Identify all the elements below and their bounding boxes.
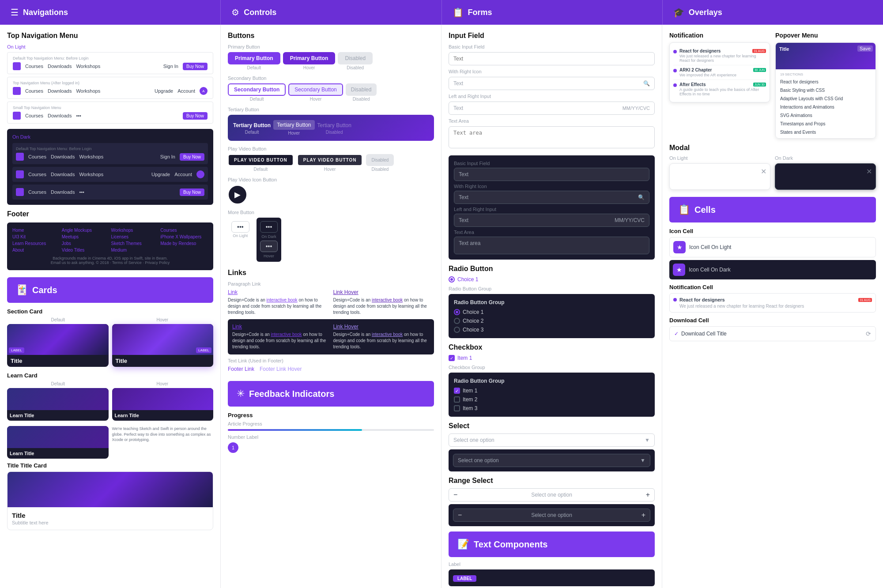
nav-section-navigations[interactable]: ☰ Navigations (0, 0, 221, 25)
dark-link-text[interactable]: Link (232, 324, 329, 330)
nav-link-courses-3[interactable]: Courses (25, 113, 43, 118)
footer-link-licenses[interactable]: Licenses (111, 234, 159, 239)
dark3-link-courses[interactable]: Courses (28, 189, 46, 195)
dark-link-hover-text[interactable]: Link Hover (333, 324, 430, 330)
nav-link-courses[interactable]: Courses (25, 64, 43, 69)
nav-ellipsis[interactable]: ••• (76, 113, 81, 118)
footer-link-made[interactable]: Made by Rendeso (160, 241, 208, 246)
buy-now-button-3[interactable]: Buy Now (183, 112, 208, 120)
range-minus-button[interactable]: − (453, 491, 457, 499)
tertiary-button-default[interactable]: Tertiary Button (233, 122, 271, 128)
icon-cell-on-dark[interactable]: ★ Icon Cell On Dark (673, 264, 872, 276)
dark3-buy-now[interactable]: Buy Now (180, 188, 204, 196)
upgrade-text[interactable]: Upgrade (155, 88, 173, 94)
dark-checkbox-2[interactable]: Item 2 (454, 396, 649, 403)
dark-link-downloads[interactable]: Downloads (51, 154, 75, 159)
learn-card-2[interactable]: Learn Title (112, 388, 214, 421)
section-card-default[interactable]: LABEL Title (7, 324, 109, 367)
basic-input-field[interactable] (449, 52, 655, 65)
dark2-link-downloads[interactable]: Downloads (51, 172, 75, 177)
dark3-link-downloads[interactable]: Downloads (51, 189, 75, 195)
dark-basic-input[interactable]: Text (454, 168, 649, 181)
play-circle-button[interactable]: ▶ (228, 185, 247, 204)
primary-button-default[interactable]: Primary Button (228, 52, 280, 64)
primary-button-hover[interactable]: Primary Button (283, 52, 336, 64)
link-text[interactable]: Link (228, 289, 329, 295)
popover-list-item-3[interactable]: Adaptive Layouts with CSS Grid (778, 94, 873, 103)
select-dropdown[interactable]: Select one option ▼ (449, 433, 655, 447)
footer-link-iphone[interactable]: iPhone X Wallpapers (160, 234, 208, 239)
footer-link-hover-demo[interactable]: Footer Link Hover (260, 366, 302, 372)
play-video-button-hover[interactable]: PLAY VIDEO BUTTON (297, 154, 363, 166)
footer-link-medium[interactable]: Medium (111, 248, 159, 253)
right-icon-input[interactable]: Text 🔍 (449, 77, 655, 90)
nav-section-controls[interactable]: ⚙ Controls (221, 0, 442, 25)
dark-left-right-input[interactable]: Text MM/YY/CVC (454, 214, 649, 227)
nav-link-workshops[interactable]: Workshops (76, 64, 100, 69)
icon-cell-on-light[interactable]: ★ Icon Cell On Light (669, 237, 876, 257)
radio-choice-1[interactable]: Choice 1 (449, 276, 655, 283)
link-hover-text[interactable]: Link Hover (333, 289, 434, 295)
download-chevron-icon[interactable]: ⟳ (866, 330, 871, 337)
modal-dark-close[interactable]: ✕ (866, 167, 872, 176)
dark-textarea[interactable]: Text area (454, 237, 649, 254)
popover-list-item-4[interactable]: Interactions and Animations (778, 103, 873, 111)
popover-list-item-5[interactable]: SVG Animations (778, 111, 873, 120)
tertiary-button-hover[interactable]: Tertiary Button (273, 120, 314, 130)
dark2-link-courses[interactable]: Courses (28, 172, 46, 177)
secondary-button-hover[interactable]: Secondary Button (288, 83, 343, 96)
footer-link-home[interactable]: Home (12, 228, 60, 233)
title-card[interactable]: Title Subtitle text here (7, 471, 213, 530)
footer-link-about[interactable]: About (12, 248, 60, 253)
section-card-hover[interactable]: LABEL Title (112, 324, 214, 367)
more-button-default[interactable]: ••• (231, 221, 249, 233)
nav-link-workshops-2[interactable]: Workshops (76, 88, 100, 94)
popover-list-item-2[interactable]: Basic Styling with CSS (778, 86, 873, 94)
footer-link-demo[interactable]: Footer Link (228, 366, 254, 372)
notification-cell[interactable]: React for designers 31 AUG We just relea… (669, 293, 876, 313)
more-button-dark[interactable]: ••• (260, 221, 278, 233)
learn-card-1[interactable]: Learn Title (7, 388, 109, 421)
account-avatar[interactable]: A (200, 87, 208, 95)
more-button-hover[interactable]: ••• (260, 241, 278, 252)
footer-link-workshops[interactable]: Workshops (111, 228, 159, 233)
dark-select-dropdown[interactable]: Select one option ▼ (453, 454, 650, 467)
account-text[interactable]: Account (177, 88, 195, 94)
dark-link-courses[interactable]: Courses (28, 154, 46, 159)
dark-radio-choice-3[interactable]: Choice 3 (454, 327, 649, 333)
footer-link-courses[interactable]: Courses (160, 228, 208, 233)
nav-link-downloads-3[interactable]: Downloads (48, 113, 72, 118)
footer-link-ui3[interactable]: UI3 Kit (12, 234, 60, 239)
dark-buy-now[interactable]: Buy Now (180, 153, 204, 161)
textarea-field[interactable] (449, 126, 655, 148)
footer-link-meetups[interactable]: Meetups (62, 234, 109, 239)
dark-range-plus[interactable]: + (641, 511, 645, 519)
popover-close-button[interactable]: Save (857, 45, 873, 52)
nav-section-forms[interactable]: 📋 Forms (442, 0, 663, 25)
popover-list-item-7[interactable]: States and Events (778, 128, 873, 136)
notif-item-2[interactable]: ARKI 2 Chapter 30 JUN We improved the AR… (673, 65, 766, 80)
footer-link-learn[interactable]: Learn Resources (12, 241, 60, 246)
dark-signin[interactable]: Sign In (160, 154, 175, 159)
range-plus-button[interactable]: + (646, 491, 650, 499)
buy-now-button[interactable]: Buy Now (183, 63, 208, 70)
dark-checkbox-3[interactable]: Item 3 (454, 405, 649, 411)
dark2-avatar[interactable] (196, 170, 204, 178)
dark2-account[interactable]: Account (174, 172, 192, 177)
dark2-link-workshops[interactable]: Workshops (79, 172, 103, 177)
popover-list-item-6[interactable]: Timestamps and Props (778, 120, 873, 128)
nav-link-downloads[interactable]: Downloads (48, 64, 72, 69)
dark3-ellipsis[interactable]: ••• (79, 189, 84, 195)
notif-item-1[interactable]: React for designers 31 AUG We just relea… (673, 46, 766, 65)
footer-link-video[interactable]: Video Titles (62, 248, 109, 253)
dark-range-minus[interactable]: − (458, 511, 462, 519)
nav-link-courses-2[interactable]: Courses (25, 88, 43, 94)
left-right-input-field[interactable]: Text MM/YY/CVC (449, 102, 655, 115)
dark2-upgrade[interactable]: Upgrade (151, 172, 170, 177)
modal-light-close[interactable]: ✕ (761, 167, 766, 176)
download-cell[interactable]: ✓ Download Cell Title ⟳ (669, 326, 876, 341)
checkbox-item-1[interactable]: ✓ Item 1 (449, 355, 655, 361)
popover-list-item-1[interactable]: React for designers (778, 78, 873, 86)
dark-right-icon-input[interactable]: Text 🔍 (454, 191, 649, 204)
footer-link-sketch[interactable]: Sketch Themes (111, 241, 159, 246)
